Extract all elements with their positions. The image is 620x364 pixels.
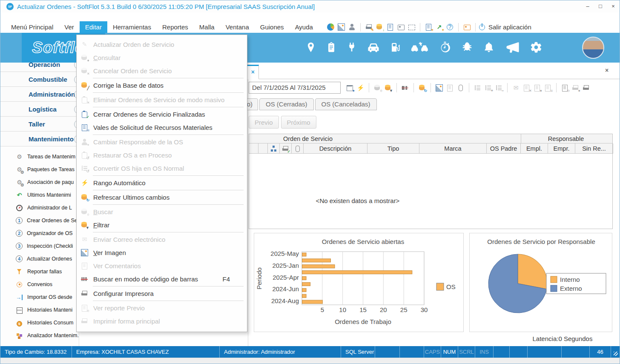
collision-icon[interactable] bbox=[410, 40, 429, 54]
sidebar-item-asociaci-n-de-paqu[interactable]: ⚙⚙Asociación de paqu bbox=[0, 176, 79, 189]
sidebar-item-actualizar-ordenes[interactable]: 4Actualizar Ordenes bbox=[0, 252, 79, 265]
sidebar-item-administrador-de-l[interactable]: Administrador de L bbox=[0, 201, 79, 214]
column-header-empl-[interactable]: Empl. bbox=[521, 143, 548, 154]
exit-app[interactable]: Salir aplicación bbox=[472, 21, 531, 33]
edit-menu-item-cerrar-ordenes-de-servicio-finalizadas[interactable]: ✓Cerrar Ordenes de Servicio Finalizadas bbox=[77, 108, 247, 121]
sidebar-item-historiales-manteni[interactable]: Historiales Manteni bbox=[0, 304, 79, 316]
maximize-button[interactable]: □ bbox=[594, 1, 607, 12]
sidebar-section-log-stica[interactable]: Logística bbox=[0, 102, 79, 117]
menu-item-ver[interactable]: Ver bbox=[59, 21, 80, 33]
report-icon[interactable] bbox=[387, 23, 394, 31]
database-save-icon[interactable]: ↓ bbox=[376, 23, 383, 31]
column-header-sin-re-[interactable]: Sin Re... bbox=[575, 143, 613, 154]
sidebar-section-mantenimiento[interactable]: Mantenimiento bbox=[0, 132, 79, 146]
edit-menu-item-corrige-la-base-de-datos[interactable]: ╱Corrige la Base de datos bbox=[77, 79, 247, 92]
tree-icon[interactable] bbox=[474, 84, 481, 92]
certificate-icon[interactable]: ● bbox=[425, 23, 432, 31]
gear-icon[interactable] bbox=[530, 40, 542, 54]
sidebar-section-combustible[interactable]: Combustible bbox=[0, 72, 79, 87]
edit-menu-item-ver-imagen[interactable]: Ver Imagen bbox=[77, 246, 247, 259]
sidebar-item-ultimos-mantenimi[interactable]: ↶Ultimos Mantenimi bbox=[0, 189, 79, 201]
bug-icon[interactable] bbox=[461, 40, 474, 54]
edit-menu-item-rango-autom-tico[interactable]: ⚡Rango Automático bbox=[77, 176, 247, 189]
menu-item-malla[interactable]: Malla bbox=[194, 21, 220, 33]
menu-item-herramientas[interactable]: Herramientas bbox=[107, 21, 157, 33]
edit-menu-item-refrescar-ultimos-cambios[interactable]: ↻Refrescar Ultimos cambios bbox=[77, 191, 247, 204]
calendar-clock-icon[interactable]: ● bbox=[346, 84, 353, 92]
edit-menu-item-vales-de-solicitud-de-recursos-materiales[interactable]: ≡Vales de Solicitud de Recursos Material… bbox=[77, 121, 247, 134]
menu-item-reportes[interactable]: Reportes bbox=[157, 21, 194, 33]
column-header-tipo[interactable]: Tipo bbox=[367, 143, 419, 154]
sidebar-item-organizador-de-os[interactable]: 2Organizador de OS bbox=[0, 227, 79, 240]
sidebar-section-operaci-n[interactable]: Operación bbox=[0, 63, 79, 72]
paperclip-icon[interactable] bbox=[457, 84, 464, 92]
column-header-descripci-n[interactable]: Descripción bbox=[304, 143, 367, 154]
printer-config-icon[interactable]: ✎ bbox=[365, 23, 373, 31]
help-icon[interactable]: ? bbox=[446, 23, 454, 31]
column-header-print-ok-icon[interactable]: ✓ bbox=[280, 143, 292, 154]
print-date-icon[interactable]: ● bbox=[572, 84, 579, 92]
window-frame-icon[interactable] bbox=[408, 23, 415, 31]
db-search-icon[interactable]: ○ bbox=[374, 84, 381, 92]
column-header-empr-[interactable]: Empr. bbox=[548, 143, 575, 154]
menu-item-editar[interactable]: Editar bbox=[80, 21, 107, 33]
column-header-os-padre[interactable]: OS Padre bbox=[487, 143, 521, 154]
sidebar-item-historiales-consum[interactable]: Historiales Consum bbox=[0, 316, 79, 329]
printer-icon[interactable] bbox=[583, 84, 590, 92]
barcode-icon[interactable] bbox=[402, 84, 409, 92]
previo-button[interactable]: Previo bbox=[249, 116, 279, 129]
tree-add-icon[interactable]: + bbox=[485, 84, 492, 92]
próximo-button[interactable]: Próximo bbox=[281, 116, 316, 129]
export-image-icon[interactable]: ● bbox=[534, 84, 541, 92]
column-header-marca[interactable]: Marca bbox=[419, 143, 487, 154]
db-refresh-icon[interactable]: ↻ bbox=[419, 84, 426, 92]
sidebar-section-taller[interactable]: Taller bbox=[0, 117, 79, 132]
send-mail-icon[interactable]: ✉ bbox=[512, 84, 520, 92]
comments-icon[interactable] bbox=[446, 84, 454, 92]
column-header-paperclip-icon[interactable] bbox=[292, 143, 304, 154]
sidebar-item-analizador-mantenim-[interactable]: Analizador Mantenim... bbox=[0, 329, 79, 342]
date-range-input[interactable]: Del 7/1/2025 Al 7/31/2025 bbox=[249, 82, 341, 94]
sidebar-item-paquetes-de-tareas[interactable]: ⚙⚙Paquetes de Tareas bbox=[0, 163, 79, 176]
car-icon[interactable] bbox=[367, 40, 380, 54]
bell-icon[interactable] bbox=[483, 40, 495, 54]
sidebar-item-inspecci-n-checkli[interactable]: 3Inspección (Checkli bbox=[0, 240, 79, 252]
sidebar-item-crear-ordenes-de-se[interactable]: 1Crear Ordenes de Se bbox=[0, 214, 79, 227]
image-icon[interactable] bbox=[338, 23, 345, 31]
edit-menu-item-filtrar[interactable]: ▼Filtrar bbox=[77, 218, 247, 232]
tab-os-canceladas-[interactable]: OS (Canceladas) bbox=[315, 98, 377, 110]
export-cancel-icon[interactable]: × bbox=[523, 84, 530, 92]
report-preview-icon[interactable]: ○ bbox=[561, 84, 568, 92]
column-header-hierarchy-icon[interactable] bbox=[268, 143, 280, 154]
fuel-pump-icon[interactable] bbox=[390, 40, 401, 54]
tab-close-icon[interactable]: × bbox=[251, 69, 255, 75]
lightning-icon[interactable]: ⚡ bbox=[357, 84, 364, 92]
image-icon[interactable] bbox=[436, 84, 443, 92]
tab-os-cerradas-[interactable]: OS (Cerradas) bbox=[259, 98, 314, 110]
tree-remove-icon[interactable]: − bbox=[495, 84, 502, 92]
db-filter-icon[interactable]: ▼ bbox=[385, 84, 392, 92]
edit-menu-item-configurar-impresora[interactable]: Configurar Impresora bbox=[77, 287, 247, 300]
person-icon[interactable] bbox=[348, 23, 356, 31]
location-pin-icon[interactable] bbox=[305, 40, 316, 54]
export-list-icon[interactable]: ≡ bbox=[544, 84, 551, 92]
user-avatar[interactable] bbox=[582, 37, 604, 59]
edit-menu-item-buscar-en-modo-de-c-digo-de-barras[interactable]: Buscar en modo de código de barrasF4 bbox=[77, 272, 247, 286]
grid-indicator-column[interactable] bbox=[258, 143, 268, 154]
sidebar-item-convenios[interactable]: Convenios bbox=[0, 278, 79, 291]
sidebar-section-administraci-n[interactable]: Administración bbox=[0, 87, 79, 102]
menu-item-ventana[interactable]: Ventana bbox=[220, 21, 255, 33]
menu-item-guiones[interactable]: Guiones bbox=[255, 21, 290, 33]
contact-card-icon[interactable] bbox=[397, 23, 405, 31]
id-card-icon[interactable] bbox=[463, 23, 471, 31]
resize-grip[interactable] bbox=[611, 346, 620, 358]
chart-globe-icon[interactable] bbox=[327, 23, 334, 31]
panel-close-icon[interactable]: × bbox=[602, 67, 612, 76]
clipboard-icon[interactable] bbox=[326, 40, 337, 54]
close-button[interactable]: × bbox=[607, 1, 620, 12]
stopwatch-icon[interactable] bbox=[439, 40, 451, 54]
sidebar-item-importar-os-desde[interactable]: Importar OS desde bbox=[0, 291, 79, 304]
menu-item-men-principal[interactable]: Menú Principal bbox=[6, 21, 59, 33]
menu-item-ayuda[interactable]: Ayuda bbox=[290, 21, 319, 33]
sidebar-item-tareas-de-mantenim[interactable]: ⚙Tareas de Mantenim bbox=[0, 150, 79, 163]
